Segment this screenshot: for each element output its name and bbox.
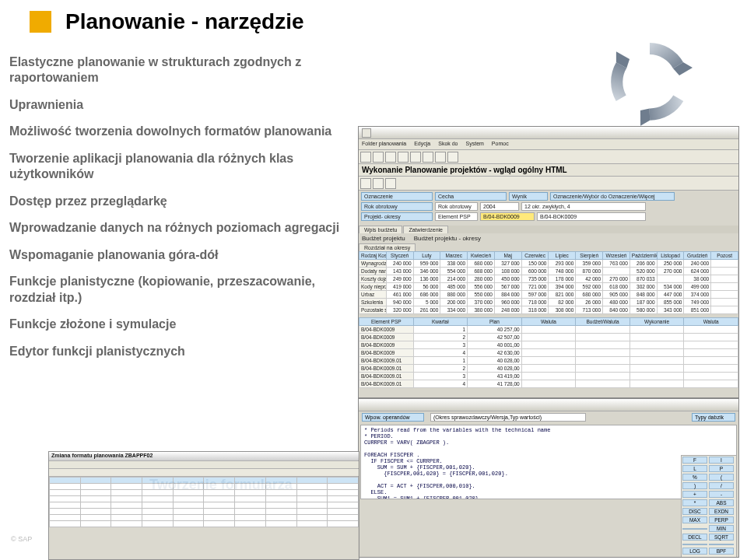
cell[interactable] — [711, 299, 738, 306]
cell[interactable]: 249 000 — [386, 275, 413, 283]
cell[interactable]: 940 000 — [386, 299, 413, 306]
cell[interactable] — [603, 268, 630, 275]
cell[interactable] — [711, 275, 738, 283]
palette-button[interactable]: ) — [682, 482, 707, 489]
palette-button[interactable]: F — [682, 457, 707, 464]
toolbar-button[interactable] — [385, 178, 396, 189]
cell[interactable]: 308 000 — [549, 306, 576, 314]
tab[interactable]: Wpis budżetu — [359, 226, 402, 233]
cell[interactable]: 554 000 — [440, 268, 468, 275]
palette-button[interactable]: % — [682, 474, 707, 481]
cell[interactable]: 280 000 — [468, 275, 495, 283]
cell[interactable]: 38 000 — [684, 275, 711, 283]
cell[interactable]: 748 000 — [549, 268, 576, 275]
cell[interactable]: 200 000 — [440, 299, 468, 306]
cell[interactable]: 485 000 — [440, 283, 468, 291]
palette-button[interactable]: BPF — [709, 548, 734, 555]
cell[interactable]: 597 000 — [521, 291, 549, 299]
cell[interactable]: 143 000 — [386, 268, 413, 275]
cell[interactable]: 248 000 — [494, 306, 521, 314]
cell[interactable]: 870 000 — [576, 268, 603, 275]
cell[interactable]: 270 000 — [603, 275, 630, 283]
palette-button[interactable]: PERP — [709, 516, 734, 523]
cell[interactable]: 718 000 — [521, 299, 549, 306]
cell[interactable]: 338 000 — [440, 260, 468, 268]
cell[interactable]: 359 000 — [576, 260, 603, 268]
cell[interactable]: 187 000 — [630, 299, 657, 306]
toolbar-button[interactable] — [385, 152, 396, 163]
cell[interactable] — [711, 283, 738, 291]
palette-button[interactable]: LOG — [682, 548, 707, 555]
field-value[interactable]: B/04-BDK0009 — [480, 212, 535, 221]
palette-button[interactable]: I — [709, 457, 734, 464]
cell[interactable]: 327 000 — [494, 260, 521, 268]
cell[interactable]: 343 000 — [657, 306, 684, 314]
cell[interactable] — [711, 291, 738, 299]
cell[interactable]: 178 000 — [549, 275, 576, 283]
palette-button[interactable]: P — [709, 465, 734, 472]
cell[interactable]: 419 000 — [386, 283, 413, 291]
cell[interactable]: 735 000 — [521, 275, 549, 283]
palette-button[interactable]: - — [709, 491, 734, 498]
toolbar-button[interactable] — [373, 178, 384, 189]
cell[interactable]: 556 000 — [468, 283, 495, 291]
tab[interactable]: Zatwierdzenie — [403, 226, 448, 233]
cell[interactable]: 624 000 — [684, 268, 711, 275]
cell[interactable]: 374 000 — [684, 291, 711, 299]
cell[interactable]: 334 000 — [440, 306, 468, 314]
cell[interactable]: 550 000 — [468, 291, 495, 299]
cell[interactable]: 592 000 — [576, 283, 603, 291]
cell[interactable]: 880 000 — [440, 291, 468, 299]
cell[interactable]: 851 000 — [684, 306, 711, 314]
cell[interactable]: 250 000 — [657, 260, 684, 268]
cell[interactable]: 261 000 — [413, 306, 440, 314]
cell[interactable]: 688 000 — [468, 268, 495, 275]
cell[interactable]: 270 000 — [657, 268, 684, 275]
cell[interactable]: 26 000 — [576, 299, 603, 306]
palette-button[interactable]: MIN — [709, 525, 734, 532]
cell[interactable]: 580 000 — [630, 306, 657, 314]
cell[interactable]: 240 000 — [386, 260, 413, 268]
cell[interactable] — [657, 275, 684, 283]
sub-tab[interactable]: Rozdział na okresy — [359, 243, 416, 251]
cell[interactable]: 346 000 — [413, 268, 440, 275]
cell[interactable]: 320 000 — [386, 306, 413, 314]
cell[interactable]: 848 000 — [630, 291, 657, 299]
cell[interactable]: 680 000 — [468, 260, 495, 268]
cell[interactable]: 499 000 — [684, 283, 711, 291]
cell[interactable]: 763 000 — [603, 260, 630, 268]
menu-item[interactable]: System — [466, 141, 484, 148]
menu-item[interactable]: Skok do — [438, 141, 458, 148]
cell[interactable]: 713 000 — [576, 306, 603, 314]
cell[interactable]: 534 000 — [657, 283, 684, 291]
cell[interactable]: 214 000 — [440, 275, 468, 283]
palette-button[interactable]: + — [682, 491, 707, 498]
toolbar-button[interactable] — [410, 152, 421, 163]
toolbar-button[interactable] — [398, 152, 409, 163]
cell[interactable]: 150 000 — [521, 260, 549, 268]
palette-button[interactable]: MAX — [682, 516, 707, 523]
cell[interactable]: 82 000 — [549, 299, 576, 306]
cell[interactable]: 240 000 — [684, 260, 711, 268]
palette-button[interactable]: L — [682, 465, 707, 472]
menu-item[interactable]: Edycja — [414, 141, 430, 148]
cell[interactable]: 206 000 — [630, 260, 657, 268]
toolbar-button[interactable] — [360, 152, 371, 163]
palette-button[interactable]: / — [709, 482, 734, 489]
cell[interactable]: 293 000 — [549, 260, 576, 268]
cell[interactable]: 520 000 — [630, 268, 657, 275]
cell[interactable]: 600 000 — [521, 268, 549, 275]
cell[interactable] — [711, 306, 738, 314]
cell[interactable]: 447 000 — [657, 291, 684, 299]
cell[interactable]: 42 000 — [576, 275, 603, 283]
menu-item[interactable]: Folder planowania — [362, 141, 406, 148]
cell[interactable]: 450 000 — [494, 275, 521, 283]
cell[interactable]: 686 000 — [413, 291, 440, 299]
menu-item[interactable]: Pomoc — [492, 141, 509, 148]
cell[interactable]: 618 000 — [603, 283, 630, 291]
palette-button[interactable]: ABS — [709, 499, 734, 506]
cell[interactable]: 56 000 — [413, 283, 440, 291]
cell[interactable]: 480 000 — [603, 299, 630, 306]
cell[interactable]: 318 000 — [521, 306, 549, 314]
toolbar-button[interactable] — [435, 152, 446, 163]
